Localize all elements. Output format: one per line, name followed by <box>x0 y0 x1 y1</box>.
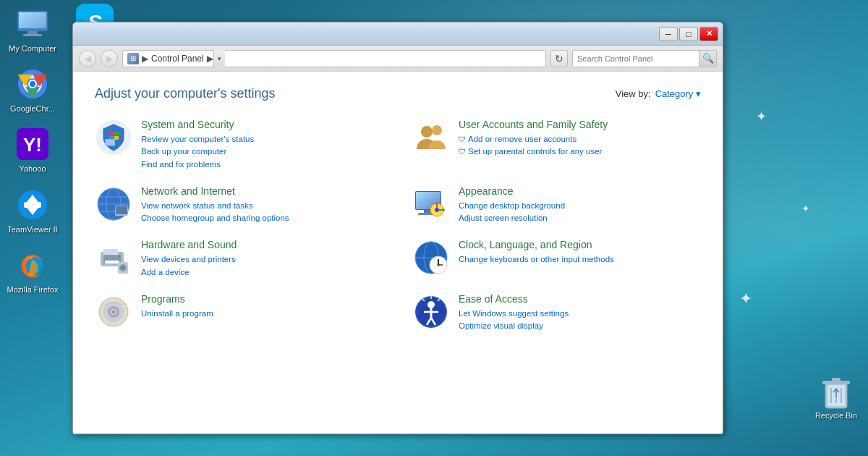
category-hardware: Hardware and Sound View devices and prin… <box>95 239 383 279</box>
user-accounts-content: User Accounts and Family Safety Add or r… <box>459 119 608 159</box>
desktop-icon-teamviewer[interactable]: TeamViewer 8 <box>4 185 61 237</box>
svg-point-48 <box>435 202 438 205</box>
clock-icon <box>412 239 450 276</box>
svg-rect-53 <box>103 249 118 255</box>
add-device-link[interactable]: Add a device <box>141 266 237 279</box>
yahoo-icon: Y! <box>15 127 50 161</box>
svg-point-50 <box>435 208 439 212</box>
ease-access-content: Ease of Access Let Windows suggest setti… <box>459 293 569 333</box>
refresh-button[interactable]: ↻ <box>550 50 568 67</box>
desktop-icon-my-computer[interactable]: My Computer <box>4 4 61 56</box>
svg-rect-30 <box>106 140 114 145</box>
my-computer-label: My Computer <box>9 44 56 54</box>
clock-title[interactable]: Clock, Language, and Region <box>459 239 614 250</box>
parental-controls-link[interactable]: Set up parental controls for any user <box>459 145 608 158</box>
search-button[interactable]: 🔍 <box>699 50 716 67</box>
category-user-accounts: User Accounts and Family Safety Add or r… <box>412 119 701 171</box>
screen-resolution-link[interactable]: Adjust screen resolution <box>459 212 565 224</box>
desktop-icon-yahoo[interactable]: Y! Yahooo <box>4 124 61 177</box>
view-by-control: View by: Category ▾ <box>616 88 701 99</box>
programs-content: Programs Uninstall a program <box>141 293 213 320</box>
forward-button[interactable]: ▶ <box>101 50 118 67</box>
title-bar: ─ □ ✕ <box>73 22 723 46</box>
svg-rect-25 <box>109 132 114 135</box>
programs-title[interactable]: Programs <box>141 293 213 305</box>
svg-point-49 <box>442 208 445 211</box>
appearance-title[interactable]: Appearance <box>459 185 565 197</box>
close-button[interactable]: ✕ <box>699 27 718 41</box>
fix-problems-link[interactable]: Find and fix problems <box>141 159 254 171</box>
category-system-security: System and Security Review your computer… <box>95 119 383 171</box>
content-header: Adjust your computer's settings View by:… <box>95 86 701 101</box>
desktop-icon-chrome[interactable]: GoogleChr... <box>4 64 61 117</box>
breadcrumb-label: Control Panel <box>151 54 204 64</box>
hardware-title[interactable]: Hardware and Sound <box>141 239 237 250</box>
svg-rect-26 <box>114 132 119 135</box>
view-by-label: View by: <box>616 88 651 99</box>
svg-point-76 <box>427 301 435 308</box>
backup-computer-link[interactable]: Back up your computer <box>141 145 254 158</box>
categories-grid: System and Security Review your computer… <box>95 119 701 332</box>
keyboard-methods-link[interactable]: Change keyboards or other input methods <box>459 253 614 266</box>
category-clock: Clock, Language, and Region Change keybo… <box>412 239 701 279</box>
svg-rect-40 <box>116 206 127 214</box>
appearance-icon <box>412 185 450 223</box>
window-controls: ─ □ ✕ <box>659 27 718 41</box>
desktop-icon-area: My Computer GoogleChr... Y! Yahooo <box>0 0 65 301</box>
search-input[interactable] <box>573 54 699 63</box>
hardware-icon <box>95 239 132 276</box>
devices-printers-link[interactable]: View devices and printers <box>141 253 237 266</box>
add-user-link[interactable]: Add or remove user accounts <box>459 133 608 145</box>
system-security-content: System and Security Review your computer… <box>141 119 254 171</box>
svg-point-73 <box>112 311 115 313</box>
appearance-content: Appearance Change desktop background Adj… <box>459 185 565 225</box>
search-box: 🔍 <box>572 50 717 67</box>
address-dropdown[interactable]: ▾ <box>213 50 225 67</box>
view-by-dropdown[interactable]: Category ▾ <box>655 88 701 99</box>
address-bar[interactable]: ⊞ ▶ Control Panel ▶ ▾ <box>122 50 546 67</box>
review-computer-link[interactable]: Review your computer's status <box>141 133 254 145</box>
user-accounts-title[interactable]: User Accounts and Family Safety <box>459 119 608 130</box>
system-security-title[interactable]: System and Security <box>141 119 254 130</box>
recycle-bin-label: Recycle Bin <box>815 411 857 420</box>
recycle-bin[interactable]: Recycle Bin <box>815 373 857 420</box>
chrome-label: GoogleChr... <box>10 104 55 114</box>
maximize-button[interactable]: □ <box>679 27 698 41</box>
uninstall-link[interactable]: Uninstall a program <box>141 308 213 320</box>
user-accounts-icon <box>412 119 450 156</box>
hardware-content: Hardware and Sound View devices and prin… <box>141 239 237 279</box>
optimize-display-link[interactable]: Optimize visual display <box>459 320 569 332</box>
ease-access-title[interactable]: Ease of Access <box>459 293 569 305</box>
svg-rect-3 <box>27 31 38 34</box>
breadcrumb-separator-2: ▶ <box>207 54 213 64</box>
homegroup-link[interactable]: Choose homegroup and sharing options <box>141 212 289 224</box>
category-network: Network and Internet View network status… <box>95 185 383 225</box>
back-button[interactable]: ◀ <box>79 50 96 67</box>
view-by-value: Category <box>655 88 694 99</box>
svg-point-58 <box>122 266 124 269</box>
desktop-icon-firefox[interactable]: Mozilla Firefox <box>4 245 61 297</box>
network-content: Network and Internet View network status… <box>141 185 289 225</box>
svg-rect-2 <box>19 12 46 28</box>
desktop-background-link[interactable]: Change desktop background <box>459 200 565 212</box>
category-appearance: Appearance Change desktop background Adj… <box>412 185 701 225</box>
svg-point-55 <box>118 255 121 258</box>
svg-rect-23 <box>832 378 841 381</box>
svg-point-9 <box>30 81 35 87</box>
teamviewer-label: TeamViewer 8 <box>7 225 58 235</box>
network-title[interactable]: Network and Internet <box>141 185 289 197</box>
content-area: Adjust your computer's settings View by:… <box>73 72 723 434</box>
windows-suggest-link[interactable]: Let Windows suggest settings <box>459 308 569 320</box>
network-status-link[interactable]: View network status and tasks <box>141 200 289 212</box>
firefox-icon <box>15 248 50 282</box>
chrome-icon <box>15 67 50 101</box>
system-security-icon <box>95 119 132 156</box>
address-icon: ⊞ <box>127 53 139 64</box>
minimize-button[interactable]: ─ <box>659 27 678 41</box>
svg-point-31 <box>421 126 433 138</box>
svg-rect-13 <box>24 202 41 208</box>
svg-rect-28 <box>114 136 119 140</box>
clock-content: Clock, Language, and Region Change keybo… <box>459 239 614 266</box>
my-computer-icon <box>15 7 50 41</box>
svg-point-32 <box>432 125 442 135</box>
